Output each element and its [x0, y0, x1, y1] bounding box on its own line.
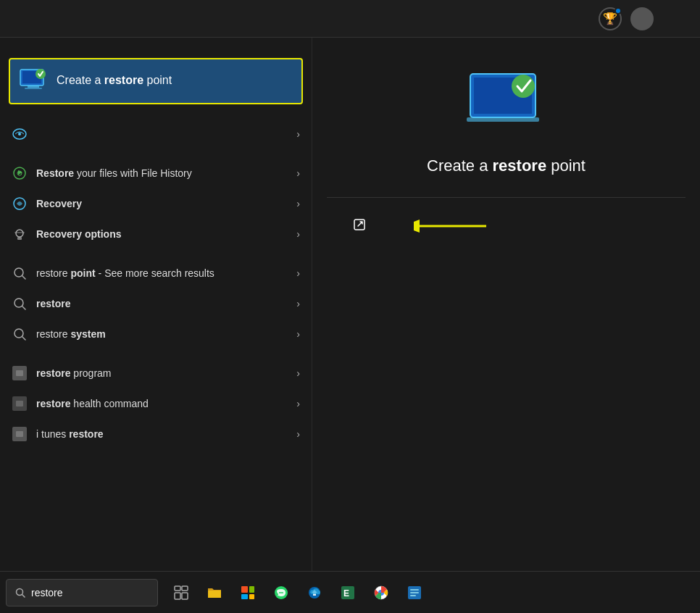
file-history-icon — [12, 165, 28, 181]
taskbar-icon-unknown[interactable] — [400, 578, 429, 607]
left-panel: Create a restore point › — [0, 38, 312, 571]
tab-documents[interactable] — [58, 0, 84, 38]
list-item-web-restore-system[interactable]: restore system › — [0, 319, 312, 349]
search-icon — [15, 588, 25, 598]
trophy-notification-dot — [614, 7, 622, 14]
web-restore-label: restore — [36, 298, 288, 309]
svg-point-40 — [282, 592, 283, 593]
list-item-web-restore-point[interactable]: restore point - See more search results … — [0, 258, 312, 288]
photo-restore-program-arrow: › — [296, 367, 300, 379]
annotation-arrow — [414, 214, 493, 238]
open-external-icon — [353, 218, 366, 231]
photo-restore-health-arrow: › — [296, 398, 300, 409]
apps-section-label — [0, 110, 312, 119]
taskbar-icon-file-explorer[interactable] — [200, 578, 229, 607]
restore-files-arrow: › — [296, 167, 300, 179]
nav-right-actions: 🏆 — [590, 7, 694, 30]
list-item-photo-restore-health[interactable]: restore health command › — [0, 388, 312, 419]
recovery-options-arrow: › — [296, 228, 300, 240]
tab-apps[interactable] — [32, 0, 58, 38]
right-panel: Create a restore point — [312, 38, 700, 571]
taskbar-icon-store[interactable] — [233, 578, 262, 607]
photo-restore-health-label: restore health command — [36, 398, 288, 409]
list-item-recovery-drive[interactable]: › — [0, 119, 312, 149]
taskbar-icon-taskview[interactable] — [167, 578, 196, 607]
best-match-label — [0, 46, 312, 55]
taskbar-icons: E — [167, 578, 429, 607]
web-restore-arrow: › — [296, 298, 300, 309]
web-restore-point-arrow: › — [296, 267, 300, 279]
svg-rect-2 — [28, 86, 39, 88]
svg-rect-47 — [410, 589, 419, 591]
search-box[interactable] — [6, 579, 158, 606]
svg-rect-35 — [241, 594, 248, 599]
recovery-label: Recovery — [36, 198, 288, 209]
svg-rect-36 — [249, 594, 254, 599]
svg-line-27 — [22, 594, 25, 597]
svg-rect-28 — [175, 586, 180, 591]
best-match-app-icon — [19, 67, 48, 96]
svg-rect-11 — [17, 237, 22, 240]
web-search-icon — [12, 265, 28, 281]
recovery-options-label: Recovery options — [36, 228, 288, 240]
recovery-icon — [12, 196, 28, 212]
tab-all[interactable] — [6, 0, 32, 38]
web-restore-point-label: restore point - See more search results — [36, 267, 288, 279]
svg-rect-34 — [249, 586, 254, 593]
best-match-text: Create a restore point — [57, 74, 172, 88]
photos-section-label — [0, 349, 312, 358]
taskbar-icon-whatsapp[interactable] — [267, 578, 296, 607]
taskbar-icon-chrome[interactable] — [367, 578, 396, 607]
restore-point-icon — [19, 68, 48, 94]
svg-rect-33 — [241, 586, 248, 593]
best-match-title: Create a restore point — [57, 74, 172, 87]
main-layout: Create a restore point › — [0, 38, 700, 571]
web-restore-system-label: restore system — [36, 328, 288, 340]
svg-line-18 — [22, 337, 25, 340]
taskbar: E — [0, 571, 700, 613]
taskbar-icon-excel[interactable]: E — [333, 578, 362, 607]
right-app-icon — [463, 67, 550, 139]
user-avatar[interactable] — [630, 7, 654, 30]
search-web-label — [0, 249, 312, 258]
tab-web[interactable] — [84, 0, 110, 38]
svg-rect-49 — [410, 595, 416, 596]
svg-point-13 — [14, 268, 23, 277]
photo-restore-program-label: restore program — [36, 367, 288, 379]
svg-rect-31 — [182, 593, 188, 599]
svg-line-14 — [22, 276, 25, 279]
photo-icon1 — [12, 365, 28, 381]
open-button[interactable] — [341, 212, 385, 237]
list-item-recovery[interactable]: Recovery › — [0, 188, 312, 219]
web-restore-system-arrow: › — [296, 328, 300, 340]
top-navigation: 🏆 — [0, 0, 700, 38]
best-match-item[interactable]: Create a restore point — [9, 58, 303, 104]
svg-rect-32 — [208, 591, 221, 598]
svg-text:E: E — [343, 588, 349, 599]
trophy-icon[interactable]: 🏆 — [599, 7, 622, 30]
svg-point-22 — [512, 75, 535, 98]
list-item-photo-itunes-restore[interactable]: i tunes restore › — [0, 419, 312, 449]
svg-rect-29 — [182, 586, 188, 591]
web-search-icon3 — [12, 326, 28, 342]
tab-more[interactable] — [110, 0, 136, 38]
photo-icon2 — [12, 396, 28, 412]
recovery-drive-arrow: › — [296, 128, 300, 140]
list-item-photo-restore-program[interactable]: restore program › — [0, 358, 312, 388]
divider — [327, 197, 686, 198]
taskbar-icon-onedrive[interactable] — [300, 578, 329, 607]
svg-line-16 — [22, 306, 25, 309]
search-input[interactable] — [31, 587, 147, 599]
svg-rect-30 — [175, 593, 180, 599]
photo-itunes-restore-arrow: › — [296, 428, 300, 440]
svg-rect-12 — [14, 232, 25, 233]
list-item-recovery-options[interactable]: Recovery options › — [0, 219, 312, 249]
list-item-restore-files[interactable]: Restore your files with File History › — [0, 158, 312, 188]
recovery-options-icon — [12, 226, 28, 242]
recovery-arrow: › — [296, 198, 300, 209]
restore-files-label: Restore your files with File History — [36, 167, 288, 179]
photo-itunes-restore-label: i tunes restore — [36, 428, 288, 440]
right-restore-point-icon — [467, 70, 546, 135]
svg-point-15 — [14, 299, 23, 307]
list-item-web-restore[interactable]: restore › — [0, 288, 312, 319]
